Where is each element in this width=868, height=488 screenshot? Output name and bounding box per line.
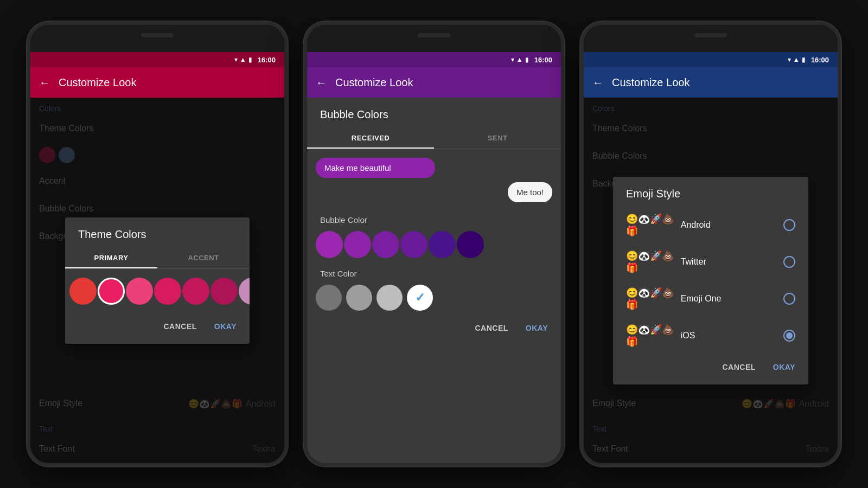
text-color-swatches: ✓ [307,280,561,315]
emoji-option-twitter[interactable]: 😊🐼🚀💩🎁 Twitter [613,243,808,280]
dialog-overlay-1: Theme Colors PRIMARY ACCENT [30,98,284,463]
color-swatches-1 [65,269,250,313]
signal-icon-3: ▲ [793,56,800,63]
status-time-2: 16:00 [534,56,552,64]
status-icons-2: ▾ ▲ ▮ 16:00 [511,56,552,64]
dialog-tabs-1: PRIMARY ACCENT [65,247,250,269]
phone-1: ▾ ▲ ▮ 16:00 ← Customize Look Colors Them… [27,22,288,466]
swatch-1-5[interactable] [182,278,209,305]
back-arrow-1[interactable]: ← [39,76,50,89]
ok-button-3[interactable]: OKAY [769,358,800,376]
screen-content-1: Colors Theme Colors Accent Bubble Colors [30,98,284,463]
emoji-dialog-buttons: CANCEL OKAY [613,354,808,384]
swatch-1-1[interactable] [69,278,97,305]
ios-label: iOS [681,331,777,341]
dialog-title-1: Theme Colors [65,217,250,247]
signal-icon-2: ▲ [516,56,523,63]
tswatch-4[interactable]: ✓ [407,285,433,311]
screen-content-3: Colors Theme Colors Bubble Colors Backgr… [584,98,838,463]
cancel-button-1[interactable]: CANCEL [159,318,201,335]
tswatch-3[interactable] [376,285,403,311]
tab-accent[interactable]: ACCENT [157,247,250,268]
phone-screen-1: ▾ ▲ ▮ 16:00 ← Customize Look Colors Them… [30,52,284,463]
phone-speaker-2 [418,33,450,37]
bubble-received-preview: Make me beautiful [316,158,435,178]
bubble-tabs: RECEIVED SENT [307,127,561,149]
android-label: Android [681,220,777,230]
bubble-dialog-header: Bubble Colors [307,98,561,127]
phone-3: ▾ ▲ ▮ 16:00 ← Customize Look Colors Them… [580,22,841,466]
twitter-radio[interactable] [783,256,795,268]
tswatch-1[interactable] [316,285,342,311]
android-radio[interactable] [783,219,795,231]
emoji-option-ios[interactable]: 😊🐼🚀💩🎁 iOS [613,317,808,354]
battery-icon-1: ▮ [248,56,252,63]
dialog-buttons-1: CANCEL OKAY [65,313,250,344]
swatch-1-6[interactable] [210,278,238,305]
app-bar-1: ← Customize Look [30,67,284,98]
status-bar-3-wrap: ▾ ▲ ▮ 16:00 [584,52,838,67]
cancel-button-3[interactable]: CANCEL [718,358,760,376]
bubble-colors-dialog: Bubble Colors RECEIVED SENT Make me beau… [307,98,561,463]
status-bar-2-wrap: ▾ ▲ ▮ 16:00 [307,52,561,67]
swatch-1-4[interactable] [154,278,181,305]
battery-icon-2: ▮ [525,56,529,63]
app-bar-title-3: Customize Look [612,76,690,89]
back-arrow-3[interactable]: ← [592,76,603,89]
status-icons-3: ▾ ▲ ▮ 16:00 [788,56,829,64]
phone-top-3 [584,25,838,52]
ok-button-1[interactable]: OKAY [210,318,241,335]
phone-top-2 [307,25,561,52]
tab-sent[interactable]: SENT [434,127,561,149]
bswatch-2[interactable] [344,231,371,258]
swatch-1-7[interactable] [239,278,250,305]
emoji-dialog-title: Emoji Style [613,177,808,207]
emojione-emoji-icons: 😊🐼🚀💩🎁 [626,287,674,311]
bswatch-4[interactable] [400,231,427,258]
twitter-emoji-icons: 😊🐼🚀💩🎁 [626,250,674,274]
bswatch-5[interactable] [429,231,456,258]
phone-top-1 [30,25,284,52]
app-bar-3: ← Customize Look [584,67,838,98]
emoji-option-emojione[interactable]: 😊🐼🚀💩🎁 Emoji One [613,280,808,317]
status-bar-1: ▾ ▲ ▮ 16:00 [30,52,284,67]
phone-speaker-1 [141,33,174,37]
emoji-style-overlay: Emoji Style 😊🐼🚀💩🎁 Android 😊🐼🚀💩🎁 Twitter [584,98,838,463]
wifi-icon-2: ▾ [511,56,514,63]
battery-icon-3: ▮ [802,56,806,63]
emoji-option-android[interactable]: 😊🐼🚀💩🎁 Android [613,207,808,243]
tab-primary[interactable]: PRIMARY [65,247,157,268]
emoji-style-dialog: Emoji Style 😊🐼🚀💩🎁 Android 😊🐼🚀💩🎁 Twitter [613,177,808,384]
emojione-label: Emoji One [681,294,777,304]
bswatch-3[interactable] [372,231,399,258]
bswatch-1[interactable] [316,231,343,258]
app-bar-title-1: Customize Look [59,76,136,89]
back-arrow-2[interactable]: ← [316,76,327,89]
app-bar-2: ← Customize Look [307,67,561,98]
wifi-icon-1: ▾ [234,56,238,63]
bubble-sent-preview: Me too! [508,182,552,202]
bswatch-6[interactable] [457,231,484,258]
bubble-dialog-buttons: CANCEL OKAY [307,315,561,345]
phone-screen-2: ▾ ▲ ▮ 16:00 ← Customize Look Colors [307,52,561,463]
swatch-1-2[interactable] [98,278,125,305]
phone-screen-3: ▾ ▲ ▮ 16:00 ← Customize Look Colors Them… [584,52,838,463]
status-time-3: 16:00 [811,56,829,64]
wifi-icon-3: ▾ [788,56,791,63]
signal-icon-1: ▲ [240,56,246,63]
phone-speaker-3 [694,33,727,37]
swatch-1-3[interactable] [126,278,153,305]
tswatch-2[interactable] [346,285,372,311]
chat-preview: Make me beautiful Me too! [307,149,561,211]
bubble-color-swatches [307,227,561,262]
ok-button-2[interactable]: OKAY [521,319,552,337]
bubble-dialog-title: Bubble Colors [320,108,388,120]
cancel-button-2[interactable]: CANCEL [470,319,512,337]
tab-received[interactable]: RECEIVED [307,127,434,149]
status-icons-1: ▾ ▲ ▮ 16:00 [234,56,276,64]
app-bar-title-2: Customize Look [335,76,413,89]
emojione-radio[interactable] [783,293,795,305]
screen-content-2: Colors Bubble Colors RECEIVED SENT Make … [307,98,561,463]
android-emoji-icons: 😊🐼🚀💩🎁 [626,213,674,237]
ios-radio[interactable] [783,330,795,342]
